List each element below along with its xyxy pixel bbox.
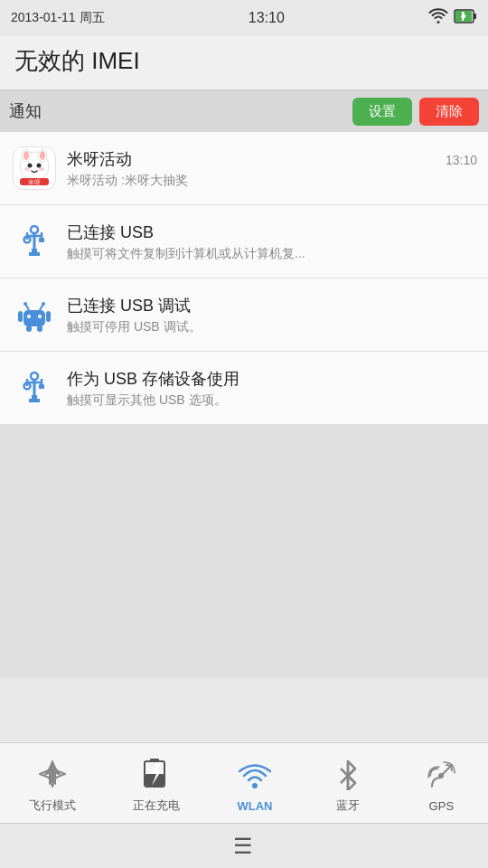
svg-rect-21 xyxy=(39,238,44,242)
status-icons xyxy=(428,8,477,28)
empty-area xyxy=(0,425,488,678)
settings-button[interactable]: 设置 xyxy=(352,98,412,126)
notification-time-miya: 13:10 xyxy=(446,153,477,167)
svg-point-24 xyxy=(27,315,31,318)
svg-text:米呀: 米呀 xyxy=(28,179,41,185)
notification-item-usb-debug[interactable]: 已连接 USB 调试 触摸可停用 USB 调试。 xyxy=(0,278,488,352)
svg-rect-30 xyxy=(18,311,23,322)
notification-item-usb-connected[interactable]: 已连接 USB 触摸可将文件复制到计算机或从计算机复... xyxy=(0,205,488,278)
bottom-item-charging[interactable]: 正在充电 xyxy=(133,756,180,814)
notification-header-buttons: 设置 清除 xyxy=(352,98,479,126)
notification-icon-usb1 xyxy=(11,218,58,265)
svg-rect-1 xyxy=(474,14,476,19)
notification-item-usb-storage[interactable]: 作为 USB 存储设备使用 触摸可显示其他 USB 选项。 xyxy=(0,352,488,425)
bottom-item-wlan[interactable]: WLAN xyxy=(237,758,273,813)
bottom-label-charging: 正在充电 xyxy=(133,797,180,814)
notification-title-miya: 米呀活动 xyxy=(67,148,132,170)
notification-content-miya: 米呀活动 13:10 米呀活动 :米呀大抽奖 xyxy=(67,148,477,189)
svg-point-25 xyxy=(38,315,42,318)
svg-rect-31 xyxy=(46,311,51,322)
bottom-label-gps: GPS xyxy=(429,799,454,813)
bottom-label-airplane: 飞行模式 xyxy=(29,797,76,814)
notification-content-usb-debug: 已连接 USB 调试 触摸可停用 USB 调试。 xyxy=(67,295,477,335)
notification-title-usb-debug: 已连接 USB 调试 xyxy=(67,295,191,316)
svg-point-22 xyxy=(31,226,38,233)
notification-content-usb-connected: 已连接 USB 触摸可将文件复制到计算机或从计算机复... xyxy=(67,222,477,262)
svg-point-13 xyxy=(39,167,44,171)
bluetooth-icon xyxy=(330,756,366,792)
svg-rect-33 xyxy=(37,326,42,332)
svg-point-11 xyxy=(37,164,42,168)
bottom-item-bluetooth[interactable]: 蓝牙 xyxy=(330,756,366,814)
svg-point-12 xyxy=(24,167,30,171)
svg-point-9 xyxy=(40,151,45,160)
notification-icon-usb2 xyxy=(11,364,58,411)
notification-title-usb-storage: 作为 USB 存储设备使用 xyxy=(67,368,239,390)
svg-point-29 xyxy=(42,302,45,306)
svg-rect-39 xyxy=(39,384,44,389)
notification-desc-usb-storage: 触摸可显示其他 USB 选项。 xyxy=(67,392,410,409)
notification-icon-miya: 米呀 xyxy=(11,145,58,192)
notification-label: 通知 xyxy=(9,100,42,122)
bottom-label-bluetooth: 蓝牙 xyxy=(336,797,360,814)
svg-rect-23 xyxy=(23,310,45,326)
wifi-icon xyxy=(428,8,448,28)
notification-desc-miya: 米呀活动 :米呀大抽奖 xyxy=(67,173,410,189)
bottom-item-airplane[interactable]: 飞行模式 xyxy=(29,756,76,814)
notification-item-miya[interactable]: 米呀 米呀活动 13:10 米呀活动 :米呀大抽奖 xyxy=(0,132,488,205)
notification-title-usb-connected: 已连接 USB xyxy=(67,222,154,243)
status-time: 13:10 xyxy=(249,10,285,26)
bottom-label-wlan: WLAN xyxy=(237,799,272,813)
nav-bar: ☰ xyxy=(0,823,488,868)
battery-charging-icon xyxy=(138,756,174,792)
notification-desc-usb-debug: 触摸可停用 USB 调试。 xyxy=(67,319,410,335)
status-bar: 2013-01-11 周五 13:10 xyxy=(0,0,488,36)
notification-desc-usb-connected: 触摸可将文件复制到计算机或从计算机复... xyxy=(67,246,410,262)
notification-list: 米呀 米呀活动 13:10 米呀活动 :米呀大抽奖 xyxy=(0,132,488,425)
svg-point-45 xyxy=(252,783,258,788)
svg-rect-42 xyxy=(150,759,159,762)
svg-point-40 xyxy=(31,373,38,380)
clear-button[interactable]: 清除 xyxy=(419,98,479,126)
battery-icon xyxy=(454,9,477,27)
svg-point-10 xyxy=(28,164,33,168)
svg-rect-32 xyxy=(26,326,32,332)
notification-icon-android xyxy=(11,291,58,338)
status-date: 2013-01-11 周五 xyxy=(11,10,105,26)
airplane-icon xyxy=(34,756,70,792)
page-title-bar: 无效的 IMEI xyxy=(0,36,488,90)
gps-icon xyxy=(423,758,459,794)
svg-point-8 xyxy=(23,151,29,160)
svg-point-28 xyxy=(23,302,27,306)
page-title: 无效的 IMEI xyxy=(14,47,140,74)
notification-content-usb-storage: 作为 USB 存储设备使用 触摸可显示其他 USB 选项。 xyxy=(67,368,477,409)
bottom-quick-settings: 飞行模式 正在充电 WLAN xyxy=(0,742,488,823)
bottom-item-gps[interactable]: GPS xyxy=(423,758,459,813)
menu-icon[interactable]: ☰ xyxy=(233,834,255,859)
wlan-icon xyxy=(237,758,273,794)
notification-header: 通知 设置 清除 xyxy=(0,90,488,132)
